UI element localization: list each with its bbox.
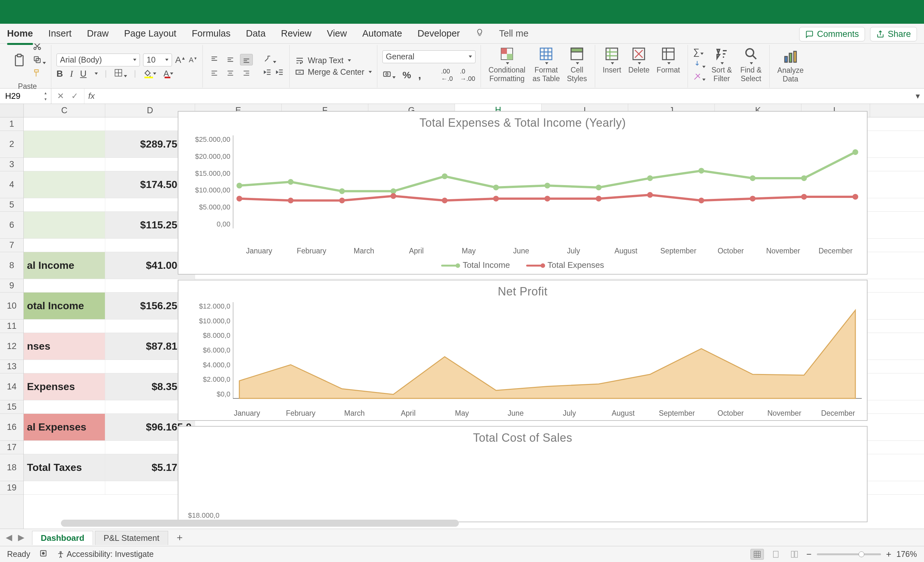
merge-center-button[interactable]: Merge & Center [295, 67, 372, 77]
align-top-icon[interactable] [208, 54, 221, 66]
formula-collapse-icon[interactable]: ▾ [911, 88, 924, 103]
font-size-select[interactable]: 10 [143, 54, 172, 66]
row-header-1[interactable]: 1 [0, 117, 23, 131]
align-left-icon[interactable] [208, 67, 221, 79]
copy-icon[interactable] [33, 55, 46, 66]
sort-filter-button[interactable]: Sort & Filter [709, 45, 734, 84]
row-header-18[interactable]: 18 [0, 454, 23, 481]
row-header-2[interactable]: 2 [0, 131, 23, 158]
decrease-font-icon[interactable]: A▼ [189, 56, 198, 64]
font-color-icon[interactable]: A [163, 69, 174, 79]
percent-icon[interactable]: % [403, 70, 411, 81]
paste-button[interactable] [9, 52, 30, 70]
tab-developer[interactable]: Developer [417, 26, 460, 41]
row-header-8[interactable]: 8 [0, 252, 23, 279]
row-header-9[interactable]: 9 [0, 279, 23, 292]
zoom-slider[interactable] [817, 553, 881, 555]
wrap-text-button[interactable]: Wrap Text [295, 56, 372, 66]
fill-color-icon[interactable] [143, 69, 156, 79]
tab-formulas[interactable]: Formulas [192, 26, 231, 41]
tell-me[interactable]: Tell me [499, 26, 529, 41]
align-bottom-icon[interactable] [240, 54, 253, 66]
row-header-6[interactable]: 6 [0, 212, 23, 239]
delete-cells-button[interactable]: Delete [626, 45, 652, 76]
row-header-3[interactable]: 3 [0, 158, 23, 171]
accessibility-status[interactable]: Accessibility: Investigate [57, 550, 154, 559]
row-header-10[interactable]: 10 [0, 292, 23, 319]
tab-page-layout[interactable]: Page Layout [124, 26, 177, 41]
autosum-icon[interactable]: ∑ [693, 47, 705, 57]
format-as-table-button[interactable]: Format as Table [530, 45, 562, 84]
decrease-decimal-icon[interactable]: .0→.00 [460, 68, 475, 82]
sheet-tab-dashboard[interactable]: Dashboard [32, 531, 93, 545]
share-button[interactable]: Share [870, 27, 917, 41]
chart-net-profit[interactable]: Net Profit $12.000,0$10.000,0$8.000,0$6.… [178, 280, 867, 421]
formula-input[interactable] [99, 88, 911, 103]
comma-icon[interactable]: , [418, 69, 421, 81]
borders-icon[interactable] [114, 68, 127, 79]
worksheet-grid[interactable]: CDEFGHIJKL 12345678910111213141516171819… [0, 104, 924, 529]
increase-font-icon[interactable]: A▲ [175, 55, 186, 65]
row-header-19[interactable]: 19 [0, 481, 23, 495]
tab-automate[interactable]: Automate [362, 26, 402, 41]
tab-home[interactable]: Home [7, 26, 33, 41]
tab-data[interactable]: Data [246, 26, 266, 41]
align-middle-icon[interactable] [224, 54, 237, 66]
row-header-15[interactable]: 15 [0, 400, 23, 414]
row-header-4[interactable]: 4 [0, 171, 23, 198]
row-header-17[interactable]: 17 [0, 441, 23, 454]
sheet-nav-next-icon[interactable]: ▶ [18, 532, 24, 543]
row-header-11[interactable]: 11 [0, 319, 23, 333]
fx-label[interactable]: fx [84, 88, 99, 103]
bold-button[interactable]: B [57, 69, 63, 79]
enter-formula-icon[interactable]: ✓ [71, 91, 78, 101]
name-box[interactable]: H29 ▲▼ [0, 88, 51, 103]
column-header-C[interactable]: C [24, 104, 105, 117]
add-sheet-button[interactable]: ＋ [173, 531, 186, 544]
format-cells-button[interactable]: Format [654, 45, 683, 76]
tab-draw[interactable]: Draw [87, 26, 109, 41]
row-header-12[interactable]: 12 [0, 333, 23, 360]
fill-icon[interactable] [693, 60, 705, 70]
row-header-7[interactable]: 7 [0, 239, 23, 252]
increase-decimal-icon[interactable]: .00←.0 [441, 68, 453, 82]
align-center-icon[interactable] [224, 67, 237, 79]
tab-review[interactable]: Review [281, 26, 312, 41]
italic-button[interactable]: I [70, 69, 73, 79]
decrease-indent-icon[interactable] [263, 68, 272, 79]
chart-expenses-income[interactable]: Total Expenses & Total Income (Yearly) $… [178, 111, 867, 274]
orientation-icon[interactable] [263, 54, 276, 65]
chart-cost-of-sales[interactable]: Total Cost of Sales $18.000,0 [178, 426, 867, 522]
align-right-icon[interactable] [240, 67, 253, 79]
underline-button[interactable]: U [80, 69, 87, 79]
zoom-level[interactable]: 176% [896, 550, 917, 559]
font-name-select[interactable]: Arial (Body) [57, 54, 140, 66]
analyze-data-button[interactable]: Analyze Data [775, 48, 806, 85]
currency-icon[interactable] [382, 70, 396, 81]
select-all-corner[interactable] [0, 104, 24, 117]
tab-view[interactable]: View [327, 26, 347, 41]
view-page-break-icon[interactable] [788, 549, 801, 560]
find-select-button[interactable]: Find & Select [738, 45, 764, 84]
row-header-16[interactable]: 16 [0, 414, 23, 441]
zoom-out-button[interactable]: − [806, 549, 812, 559]
conditional-formatting-button[interactable]: Conditional Formatting [486, 45, 528, 84]
horizontal-scrollbar[interactable] [61, 520, 459, 527]
format-painter-icon[interactable] [33, 69, 46, 79]
row-header-5[interactable]: 5 [0, 198, 23, 212]
cancel-formula-icon[interactable]: ✕ [57, 91, 64, 101]
tab-insert[interactable]: Insert [48, 26, 72, 41]
comments-button[interactable]: Comments [799, 27, 865, 41]
insert-cells-button[interactable]: Insert [600, 45, 624, 76]
view-page-layout-icon[interactable] [769, 549, 783, 560]
zoom-in-button[interactable]: + [886, 549, 891, 559]
clear-icon[interactable] [693, 72, 705, 83]
row-header-13[interactable]: 13 [0, 360, 23, 373]
row-header-14[interactable]: 14 [0, 373, 23, 400]
cell-styles-button[interactable]: Cell Styles [564, 45, 590, 84]
macro-record-icon[interactable] [39, 549, 48, 559]
increase-indent-icon[interactable] [275, 68, 284, 79]
sheet-tab-pl-statement[interactable]: P&L Statement [95, 531, 168, 545]
view-normal-icon[interactable] [750, 549, 764, 560]
number-format-select[interactable]: General [382, 50, 476, 63]
